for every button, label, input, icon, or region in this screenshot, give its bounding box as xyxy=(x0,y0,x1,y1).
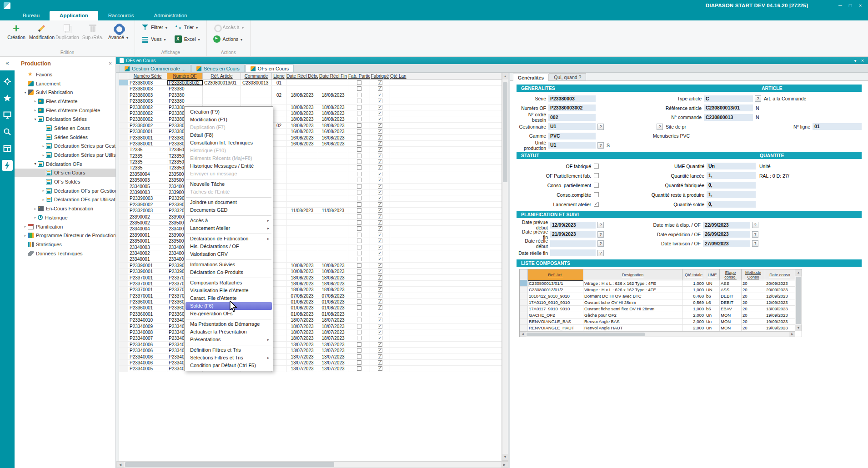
cell-ligne[interactable] xyxy=(272,165,286,170)
context-menu-item[interactable]: Détail (F8) ▸ xyxy=(185,131,273,139)
cell-qte-lancee[interactable] xyxy=(390,250,502,256)
fabrique-checkbox[interactable] xyxy=(378,178,382,182)
cell-ref-article[interactable] xyxy=(203,86,241,91)
cell-ligne[interactable] xyxy=(272,86,286,91)
cell-ligne[interactable] xyxy=(272,329,286,335)
scroll-down-icon[interactable]: ▼ xyxy=(502,454,508,460)
cell-methode-conso[interactable]: 20 xyxy=(742,287,765,293)
cell-date-fin[interactable] xyxy=(318,80,348,85)
cell-etape-conso[interactable]: ASS xyxy=(720,280,742,286)
cell-date-debut[interactable]: 18/08/2023 xyxy=(286,287,318,292)
cell-date-fin[interactable] xyxy=(318,214,348,219)
help-button[interactable]: ? xyxy=(755,95,761,102)
cell-designation[interactable]: Vitrage : H x L : 626 x 162 Type : 4FE xyxy=(583,287,682,293)
statut-checkbox[interactable] xyxy=(594,173,599,178)
cell-commande[interactable] xyxy=(241,98,272,104)
nav-tree-item[interactable]: OFs Soldés xyxy=(15,177,115,186)
cell-qte-lancee[interactable] xyxy=(390,189,502,195)
help-button[interactable]: ? xyxy=(597,231,604,238)
cell-qte-lancee[interactable] xyxy=(390,184,502,189)
fabrique-checkbox[interactable] xyxy=(378,208,382,213)
cell-ligne[interactable] xyxy=(272,305,286,310)
cell-date-fin[interactable]: 10/08/2023 xyxy=(318,263,348,268)
column-header[interactable]: Designation xyxy=(583,269,682,280)
cell-ligne[interactable] xyxy=(272,195,286,201)
cell-numero-serie[interactable]: T2335 xyxy=(128,165,167,170)
cell-qte-lancee[interactable] xyxy=(390,305,502,310)
cell-date-debut[interactable]: 01/08/2023 xyxy=(286,299,318,304)
column-header[interactable] xyxy=(119,73,128,80)
cell-numero-serie[interactable]: 23390001 xyxy=(128,232,167,238)
table-row[interactable]: 23390001 233900 xyxy=(119,232,502,238)
cell-ligne[interactable] xyxy=(272,220,286,225)
cell-date-debut[interactable]: 18/08/2023 xyxy=(286,110,318,116)
table-row[interactable]: P23380001 P23380 16/08/2023 16/08/2023 xyxy=(119,141,502,147)
row-indicator[interactable] xyxy=(119,250,128,256)
table-row[interactable]: P23370001 P23370 18/08/2023 18/08/2023 xyxy=(119,275,502,281)
cell-ref-art[interactable]: 17A0117_9010_9010 xyxy=(528,306,583,312)
fab-partielle-checkbox[interactable] xyxy=(357,159,361,164)
fab-partielle-checkbox[interactable] xyxy=(357,287,361,292)
cell-date-conso[interactable]: 20/09/2023 xyxy=(765,280,794,286)
nav-tree-item[interactable]: Déclaration Séries xyxy=(15,115,115,124)
row-indicator[interactable] xyxy=(119,110,128,116)
cell-commande[interactable] xyxy=(241,86,272,91)
tree-expander-icon[interactable] xyxy=(33,162,38,166)
cell-qte-lancee[interactable] xyxy=(390,329,502,335)
cell-qte-lancee[interactable] xyxy=(390,281,502,286)
cell-ligne[interactable] xyxy=(272,256,286,262)
scroll-up-icon[interactable]: ▲ xyxy=(795,269,802,276)
cell-date-debut[interactable] xyxy=(286,147,318,152)
cell-ligne[interactable] xyxy=(272,141,286,146)
cell-numero-serie[interactable]: T2335 xyxy=(128,159,167,164)
row-indicator[interactable] xyxy=(119,116,128,122)
detail-tab[interactable]: Généralités xyxy=(513,74,549,81)
cell-numero-of[interactable]: P23380 xyxy=(167,98,203,104)
context-menu-item[interactable]: Consultation Inf. Techniques ▸ xyxy=(185,139,273,147)
table-row[interactable]: P23380003 P23380 02 18/08/2023 18/08/202… xyxy=(119,92,502,98)
cell-date-fin[interactable]: 16/08/2023 xyxy=(318,129,348,134)
cell-date-fin[interactable]: 18/08/2023 xyxy=(318,110,348,116)
table-row[interactable]: 23350004 233500 xyxy=(119,171,502,177)
cell-date-fin[interactable] xyxy=(318,256,348,262)
help-button[interactable]: ? xyxy=(597,142,604,149)
fabrique-checkbox[interactable] xyxy=(378,324,382,329)
cell-numero-serie[interactable]: P23340008 xyxy=(128,329,167,335)
help-button[interactable]: ? xyxy=(752,222,758,228)
reference-article-field[interactable]: C230800013/01 xyxy=(704,105,753,111)
table-row[interactable]: P23340005 P23340005003 C230700012/01 C23… xyxy=(119,366,502,372)
fabrique-checkbox[interactable] xyxy=(378,366,382,371)
date-field[interactable]: 22/09/2023 xyxy=(703,222,750,229)
fab-partielle-checkbox[interactable] xyxy=(357,226,361,231)
table-row[interactable]: P23380003 P23380003002 C230800013/01 C23… xyxy=(119,80,502,86)
fabrique-checkbox[interactable] xyxy=(378,245,382,249)
cell-date-debut[interactable] xyxy=(286,153,318,159)
cell-date-debut[interactable]: 18/08/2023 xyxy=(286,123,318,128)
menu-tab[interactable]: Bureau xyxy=(13,11,50,20)
table-row[interactable]: T2335 T23350 xyxy=(119,153,502,159)
statut-checkbox[interactable] xyxy=(594,192,599,197)
cell-ligne[interactable] xyxy=(272,159,286,164)
cell-date-fin[interactable]: 18/08/2023 xyxy=(318,116,348,122)
cell-qte-lancee[interactable] xyxy=(390,129,502,134)
fab-partielle-checkbox[interactable] xyxy=(357,257,361,261)
context-menu-item[interactable]: Nouvelle Tâche ▸ xyxy=(185,180,273,188)
cell-numero-serie[interactable]: P23380003 xyxy=(128,92,167,98)
scroll-right-icon[interactable]: ▶ xyxy=(501,462,508,468)
row-indicator[interactable] xyxy=(119,159,128,164)
fab-partielle-checkbox[interactable] xyxy=(357,245,361,249)
fabrique-checkbox[interactable] xyxy=(378,330,382,334)
cell-date-fin[interactable]: 18/08/2023 xyxy=(318,123,348,128)
column-header[interactable]: Numéro Série xyxy=(128,73,167,80)
cell-ume[interactable]: b6 xyxy=(705,299,720,305)
fabrique-checkbox[interactable] xyxy=(378,105,382,110)
row-indicator[interactable] xyxy=(119,123,128,128)
fab-partielle-checkbox[interactable] xyxy=(357,318,361,322)
cell-numero-serie[interactable]: 23340002 xyxy=(128,250,167,256)
fab-partielle-checkbox[interactable] xyxy=(357,366,361,371)
row-indicator[interactable] xyxy=(119,184,128,189)
cell-date-debut[interactable]: 10/08/2023 xyxy=(286,263,318,268)
cell-date-debut[interactable]: 11/08/2023 xyxy=(286,208,318,213)
cell-date-fin[interactable]: 13/07/2023 xyxy=(318,348,348,353)
vertical-scroll-thumb[interactable] xyxy=(796,277,801,324)
